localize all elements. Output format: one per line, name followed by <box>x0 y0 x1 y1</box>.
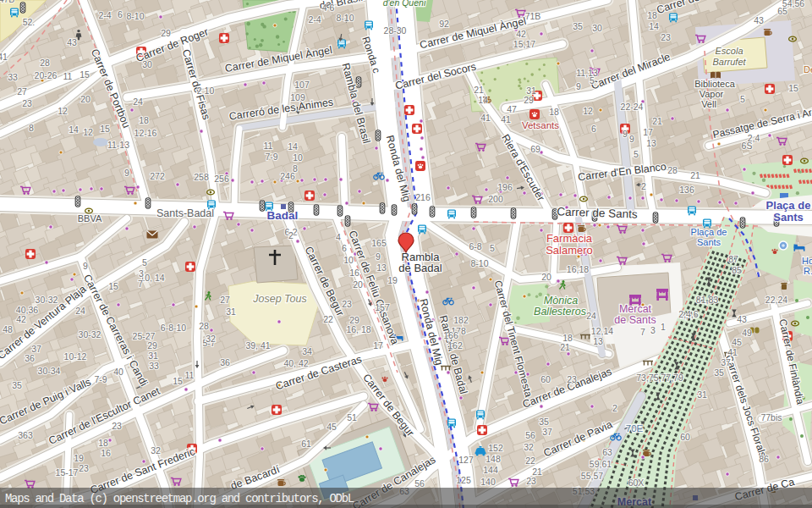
svg-text:43: 43 <box>737 314 747 324</box>
svg-text:Mercat: Mercat <box>619 303 652 315</box>
svg-text:21: 21 <box>690 170 700 180</box>
svg-text:8-10: 8-10 <box>336 13 354 23</box>
svg-text:12,14: 12,14 <box>591 326 613 336</box>
svg-text:11-13: 11-13 <box>107 140 129 150</box>
svg-text:6: 6 <box>342 243 347 253</box>
svg-text:39, 41: 39, 41 <box>245 340 270 351</box>
svg-text:31: 31 <box>148 351 158 361</box>
svg-text:Hostal: Hostal <box>802 256 812 266</box>
svg-text:Barrufet: Barrufet <box>712 57 746 67</box>
svg-text:33: 33 <box>149 361 159 371</box>
svg-text:12: 12 <box>58 106 68 116</box>
svg-text:86: 86 <box>759 454 769 464</box>
svg-text:77bis: 77bis <box>760 412 782 422</box>
svg-text:6-8-10: 6-8-10 <box>161 323 187 333</box>
svg-text:61: 61 <box>301 439 311 449</box>
svg-text:15: 15 <box>80 69 90 80</box>
svg-text:18: 18 <box>647 10 657 20</box>
svg-text:256: 256 <box>214 174 229 184</box>
svg-text:109: 109 <box>290 92 305 102</box>
svg-text:144: 144 <box>483 465 498 475</box>
svg-text:22: 22 <box>323 314 333 324</box>
svg-text:36: 36 <box>220 357 230 367</box>
svg-text:14: 14 <box>478 95 488 105</box>
svg-text:8-10: 8-10 <box>470 258 488 268</box>
svg-text:56: 56 <box>414 478 425 489</box>
svg-text:16,18: 16,18 <box>567 264 589 274</box>
svg-text:35: 35 <box>573 21 583 31</box>
svg-text:18: 18 <box>139 115 149 125</box>
svg-text:36: 36 <box>25 353 35 363</box>
svg-text:73,75,77,79: 73,75,77,79 <box>636 373 683 383</box>
svg-text:30: 30 <box>142 59 152 69</box>
svg-text:31: 31 <box>697 389 707 400</box>
svg-text:2,4,6: 2,4,6 <box>678 309 699 319</box>
svg-text:34: 34 <box>302 346 312 356</box>
svg-text:29: 29 <box>147 340 157 351</box>
svg-text:Badal: Badal <box>267 209 299 222</box>
svg-text:45: 45 <box>732 337 742 347</box>
svg-text:23: 23 <box>661 32 671 42</box>
svg-text:R.San: R.San <box>804 266 812 276</box>
svg-text:30-34: 30-34 <box>38 366 61 376</box>
svg-text:23: 23 <box>22 98 32 108</box>
svg-text:41: 41 <box>727 347 738 357</box>
svg-text:15: 15 <box>788 83 798 93</box>
svg-text:2: 2 <box>288 230 294 240</box>
svg-text:12: 12 <box>583 106 593 116</box>
svg-text:56: 56 <box>525 430 535 440</box>
svg-text:20-26: 20-26 <box>35 70 58 80</box>
svg-text:42: 42 <box>16 314 26 324</box>
svg-text:216: 216 <box>415 192 431 202</box>
svg-text:BBVA: BBVA <box>78 213 102 224</box>
svg-text:200: 200 <box>488 194 503 204</box>
svg-text:37: 37 <box>542 427 552 437</box>
svg-text:59,61: 59,61 <box>590 459 612 469</box>
svg-text:10-12: 10-12 <box>64 351 87 362</box>
svg-text:40: 40 <box>113 367 123 377</box>
svg-text:10: 10 <box>343 255 354 265</box>
svg-text:30: 30 <box>592 23 602 33</box>
svg-text:29: 29 <box>161 28 171 38</box>
svg-text:7: 7 <box>138 279 143 289</box>
svg-text:157: 157 <box>375 302 390 312</box>
svg-text:Escola: Escola <box>715 46 743 56</box>
svg-text:136: 136 <box>679 185 694 195</box>
svg-text:15: 15 <box>173 376 183 386</box>
svg-text:70E: 70E <box>626 423 644 433</box>
svg-text:de Badal: de Badal <box>398 262 442 274</box>
svg-text:13: 13 <box>646 138 656 148</box>
svg-text:6: 6 <box>591 124 596 134</box>
svg-text:47B: 47B <box>0 0 14 4</box>
svg-text:60: 60 <box>680 432 690 442</box>
svg-text:Vapor: Vapor <box>700 89 724 99</box>
svg-text:246: 246 <box>280 171 295 181</box>
svg-text:23: 23 <box>567 374 577 384</box>
svg-text:182: 182 <box>453 315 469 325</box>
svg-text:4: 4 <box>336 232 341 242</box>
svg-text:13: 13 <box>376 262 387 273</box>
svg-text:43: 43 <box>754 15 764 25</box>
svg-text:148: 148 <box>486 454 501 464</box>
svg-text:14: 14 <box>649 21 659 31</box>
svg-text:12: 12 <box>83 127 93 137</box>
svg-text:Maps and Data (c) openstreetma: Maps and Data (c) openstreetmap.org and … <box>5 492 354 505</box>
svg-text:20: 20 <box>541 272 551 282</box>
svg-text:9: 9 <box>83 261 88 271</box>
svg-text:81,83: 81,83 <box>696 295 718 305</box>
svg-text:2: 2 <box>612 403 617 413</box>
svg-text:Mònica: Mònica <box>544 295 578 306</box>
svg-text:33: 33 <box>8 72 18 82</box>
svg-text:23: 23 <box>112 421 122 431</box>
svg-text:d'en Queni: d'en Queni <box>383 0 426 8</box>
svg-text:15: 15 <box>108 281 118 291</box>
svg-text:9: 9 <box>629 134 634 144</box>
svg-text:16: 16 <box>101 448 111 458</box>
svg-text:17: 17 <box>373 340 383 351</box>
svg-text:55,57: 55,57 <box>581 471 603 481</box>
svg-text:20: 20 <box>80 94 91 104</box>
svg-text:2-4: 2-4 <box>98 10 111 20</box>
svg-text:8: 8 <box>29 123 34 133</box>
svg-text:6-8: 6-8 <box>469 241 481 251</box>
svg-text:7-9: 7-9 <box>94 374 107 384</box>
